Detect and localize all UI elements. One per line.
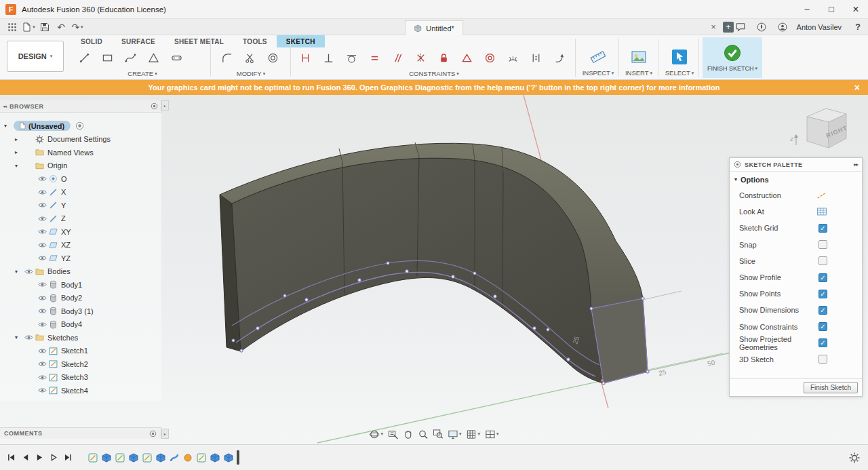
visibility-eye-icon[interactable] (24, 269, 35, 275)
browser-item-body2[interactable]: Body2 (0, 292, 161, 305)
modify-menu-label[interactable]: MODIFY (222, 69, 279, 78)
browser-item-yz[interactable]: YZ (0, 252, 161, 265)
visibility-eye-icon[interactable] (38, 189, 49, 195)
timeline-feature-sweep1[interactable] (169, 452, 180, 463)
timeline-play-button[interactable] (34, 452, 45, 463)
modify-trim-icon[interactable] (241, 50, 258, 66)
finish-sketch-palette-button[interactable]: Finish Sketch (804, 382, 858, 393)
browser-item-sketch2[interactable]: Sketch2 (0, 357, 161, 371)
comments-toggle-icon[interactable] (149, 430, 157, 437)
options-section-header[interactable]: Options (730, 172, 862, 187)
comment-icon[interactable] (733, 20, 748, 34)
record-button[interactable] (75, 121, 84, 130)
timeline-skip-end-button[interactable] (62, 452, 74, 463)
visibility-eye-icon[interactable] (38, 242, 49, 248)
save-button[interactable] (37, 20, 52, 34)
constraint-coincident-icon[interactable] (435, 50, 452, 66)
modeling-viewport[interactable]: 25 25 50 RIGHT Z BROWSER (Unsaved)Docume… (0, 95, 868, 444)
constraint-collinear-icon[interactable] (528, 50, 544, 66)
collapse-browser-icon[interactable] (3, 104, 6, 109)
maximize-button[interactable] (819, 0, 844, 19)
collapse-icon[interactable] (15, 163, 24, 169)
document-tab[interactable]: Untitled* (405, 20, 463, 35)
dimension-label[interactable]: 25 (658, 368, 667, 377)
timeline-step-forward-button[interactable] (48, 452, 60, 463)
modify-offset-icon[interactable] (264, 50, 281, 66)
nav-orbit-button[interactable] (368, 428, 384, 440)
model-body[interactable] (220, 142, 648, 383)
create-rectangle-icon[interactable] (99, 50, 115, 66)
browser-item-named-views[interactable]: Named Views (0, 146, 161, 159)
sketch-grid-checkbox[interactable] (818, 224, 827, 233)
timeline-feature-sketch4[interactable] (196, 452, 207, 463)
visibility-eye-icon[interactable] (38, 216, 49, 222)
profile-icon[interactable] (775, 20, 790, 34)
visibility-eye-icon[interactable] (38, 295, 49, 301)
browser-display-toggle-icon[interactable] (151, 102, 158, 110)
collapse-icon[interactable] (4, 123, 14, 129)
create-polygon-icon[interactable] (145, 50, 161, 66)
workspace-selector[interactable]: DESIGN (7, 41, 64, 72)
select-group[interactable]: SELECT (660, 49, 698, 77)
nav-viewports-button[interactable] (484, 428, 500, 440)
inspect-group[interactable]: INSPECT (578, 49, 618, 77)
browser-item-body3-1[interactable]: Body3 (1) (0, 305, 161, 318)
browser-item-body4[interactable]: Body4 (0, 318, 161, 332)
view-cube[interactable]: RIGHT (807, 109, 848, 148)
select-cursor-icon[interactable] (671, 49, 688, 65)
create-line-icon[interactable] (76, 50, 92, 66)
timeline-feature-extrude4[interactable] (210, 452, 220, 463)
visibility-eye-icon[interactable] (38, 229, 49, 235)
insert-group[interactable]: INSERT (620, 49, 658, 77)
construction-icon[interactable] (816, 191, 827, 199)
file-button[interactable] (21, 20, 36, 34)
ribbon-tab-solid[interactable]: SOLID (71, 35, 112, 47)
snap-checkbox[interactable] (818, 240, 827, 249)
nav-fit-button[interactable] (431, 428, 444, 440)
app-menu-button[interactable] (5, 20, 20, 34)
constraint-symmetry-icon[interactable] (412, 50, 429, 66)
sketch-palette-header[interactable]: SKETCH PALETTE (730, 158, 862, 172)
constraint-horizontal-vertical-icon[interactable] (320, 50, 336, 66)
constraint-midpoint-icon[interactable] (458, 50, 475, 66)
extensions-icon[interactable] (754, 20, 769, 34)
show-constraints-checkbox[interactable] (818, 322, 827, 331)
visibility-eye-icon[interactable] (38, 176, 49, 182)
expand-icon[interactable] (15, 136, 24, 142)
timeline-position-marker[interactable] (237, 450, 239, 465)
visibility-eye-icon[interactable] (38, 387, 49, 393)
expand-icon[interactable] (15, 149, 24, 155)
document-chip[interactable]: (Unsaved) (14, 121, 71, 131)
redo-button[interactable]: ↷ (70, 20, 85, 34)
collapse-icon[interactable] (15, 269, 24, 275)
constraint-curvature-icon[interactable] (505, 50, 521, 66)
nav-pan-button[interactable] (401, 428, 414, 440)
browser-item-y[interactable]: Y (0, 199, 161, 212)
timeline-feature-sketch2[interactable] (115, 452, 125, 463)
show-dimensions-checkbox[interactable] (818, 306, 827, 315)
create-slot-icon[interactable] (168, 50, 184, 66)
user-name[interactable]: Anton Vasilev (797, 23, 842, 31)
help-button[interactable]: ? (852, 22, 864, 32)
timeline-feature-extrude2[interactable] (128, 452, 139, 463)
visibility-eye-icon[interactable] (38, 308, 49, 314)
minimize-button[interactable] (795, 0, 819, 19)
collapse-icon[interactable] (15, 334, 24, 340)
visibility-eye-icon[interactable] (38, 361, 49, 367)
timeline-feature-extrude5[interactable] (223, 452, 234, 463)
nav-zoom-button[interactable] (416, 428, 429, 440)
undo-button[interactable]: ↶ (54, 20, 68, 34)
insert-image-icon[interactable] (631, 49, 647, 65)
constraint-fix-icon[interactable] (551, 50, 567, 66)
constraint-tangent-icon[interactable] (343, 50, 359, 66)
browser-item-sketches[interactable]: Sketches (0, 331, 161, 345)
timeline-feature-sketch3[interactable] (142, 452, 153, 463)
show-profile-checkbox[interactable] (818, 273, 827, 282)
new-document-tab-button[interactable] (723, 22, 734, 33)
measure-icon[interactable] (590, 49, 606, 65)
timeline-step-back-button[interactable] (20, 452, 31, 463)
palette-expand-icon[interactable] (854, 161, 858, 168)
create-spline-icon[interactable] (122, 50, 138, 66)
ribbon-tab-sheet-metal[interactable]: SHEET METAL (165, 35, 233, 47)
visibility-eye-icon[interactable] (38, 348, 49, 354)
